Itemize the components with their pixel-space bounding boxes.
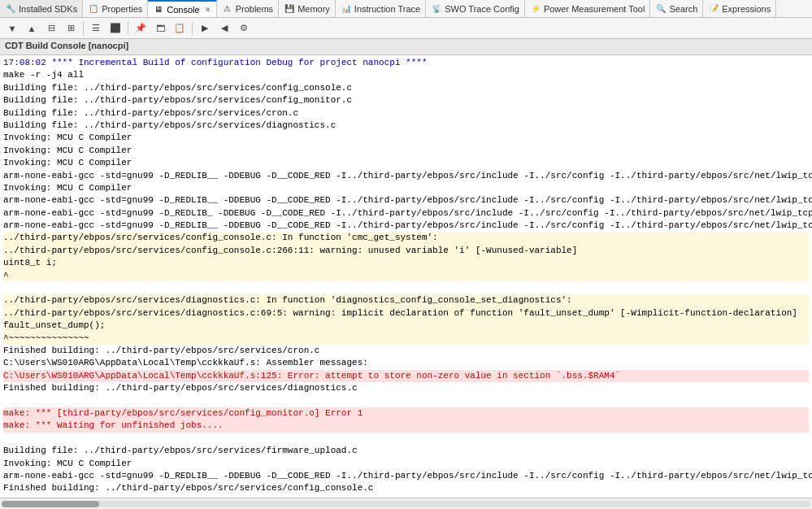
console-line: ^: [3, 270, 809, 282]
console-line: fault_unset_dump();: [3, 320, 809, 332]
less-btn[interactable]: ◀: [215, 20, 233, 37]
new-console-btn[interactable]: 🗔: [151, 20, 169, 37]
memory-icon: 💾: [284, 3, 295, 15]
tab-search[interactable]: 🔍 Search: [650, 0, 703, 18]
console-container: CDT Build Console [nanocpi] 17:08:02 ***…: [0, 39, 812, 509]
tab-installed-sdks[interactable]: 🔧 Installed SDKs: [0, 0, 83, 18]
copy-btn[interactable]: 📋: [171, 20, 189, 37]
tab-expressions-label: Expressions: [722, 4, 771, 14]
console-line: Building file: ../third-party/ebpos/src/…: [3, 120, 809, 132]
settings-btn[interactable]: ⚙: [235, 20, 253, 37]
tab-bar: 🔧 Installed SDKs 📋 Properties 🖥 Console …: [0, 0, 812, 18]
console-line: Invoking: MCU C Compiler: [3, 458, 809, 470]
console-line: Building file: ../third-party/ebpos/src/…: [3, 82, 809, 94]
scroll-up-btn[interactable]: ▲: [23, 20, 41, 37]
expand-btn[interactable]: ⊞: [62, 20, 80, 37]
search-icon: 🔍: [655, 3, 667, 15]
instruction-trace-icon: 📊: [341, 3, 352, 15]
console-line: [3, 433, 809, 445]
console-line: Finished building: ../third-party/ebpos/…: [3, 482, 809, 494]
scrollbar-track[interactable]: [2, 501, 810, 507]
console-line: Finished building: ../third-party/ebpos/…: [3, 382, 809, 394]
console-line: Invoking: MCU C Compiler: [3, 157, 809, 169]
collapse-btn[interactable]: ⊟: [42, 20, 60, 37]
console-line: C:\Users\WS010ARG\AppData\Local\Temp\cck…: [3, 370, 809, 382]
tab-instruction-trace-label: Instruction Trace: [354, 4, 420, 14]
console-line: arm-none-eabi-gcc -std=gnu99 -D_REDLIB__…: [3, 194, 809, 207]
tab-search-label: Search: [669, 4, 697, 14]
more-btn[interactable]: ▶: [196, 20, 214, 37]
power-icon: ⚡: [530, 3, 541, 15]
installed-sdks-icon: 🔧: [5, 3, 16, 15]
separator-3: [192, 22, 193, 35]
separator-1: [83, 22, 84, 35]
console-line: uint8_t i;: [3, 257, 809, 269]
console-line: C:\Users\WS010ARG\AppData\Local\Temp\cck…: [3, 357, 809, 369]
console-line: Invoking: MCU C Compiler: [3, 145, 809, 157]
clear-btn[interactable]: ☰: [87, 20, 105, 37]
tab-properties[interactable]: 📋 Properties: [83, 0, 148, 18]
console-line: ^~~~~~~~~~~~~~~~: [3, 333, 809, 345]
console-line: arm-none-eabi-gcc -std=gnu99 -D_REDLIB_ …: [3, 207, 809, 220]
horizontal-scrollbar[interactable]: [0, 498, 812, 509]
console-line: Building file: ../third-party/ebpos/src/…: [3, 107, 809, 120]
console-output[interactable]: 17:08:02 **** Incremental Build of confi…: [0, 55, 812, 498]
console-line: [3, 395, 809, 407]
console-line: Invoking: MCU C Compiler: [3, 132, 809, 144]
tab-problems[interactable]: ⚠ Problems: [217, 0, 279, 18]
console-icon: 🖥: [153, 4, 164, 15]
console-line: Building file: ../third-party/ebpos/src/…: [3, 445, 809, 457]
properties-icon: 📋: [88, 3, 99, 15]
console-line: [3, 495, 809, 498]
tab-memory[interactable]: 💾 Memory: [279, 0, 336, 18]
stop-btn[interactable]: ⬛: [106, 20, 124, 37]
console-line: arm-none-eabi-gcc -std=gnu99 -D_REDLIB__…: [3, 470, 809, 482]
console-line: Finished building: ../third-party/ebpos/…: [3, 345, 809, 357]
console-line: [3, 282, 809, 294]
tab-swo-trace-config[interactable]: 📡 SWO Trace Config: [426, 0, 525, 18]
tab-console-label: Console: [167, 5, 199, 15]
pin-btn[interactable]: 📌: [132, 20, 150, 37]
console-line: make -r -j4 all: [3, 69, 809, 81]
tab-instruction-trace[interactable]: 📊 Instruction Trace: [336, 0, 426, 18]
tab-installed-sdks-label: Installed SDKs: [19, 4, 77, 14]
scroll-down-btn[interactable]: ▼: [3, 20, 21, 37]
console-line: 17:08:02 **** Incremental Build of confi…: [3, 57, 809, 69]
console-line: Building file: ../third-party/ebpos/src/…: [3, 94, 809, 107]
tab-problems-label: Problems: [236, 4, 273, 14]
separator-2: [128, 22, 128, 35]
console-line: ../third-party/ebpos/src/services/config…: [3, 245, 809, 257]
console-line: make: *** [third-party/ebpos/src/service…: [3, 407, 809, 420]
console-line: arm-none-eabi-gcc -std=gnu99 -D_REDLIB__…: [3, 170, 809, 182]
tab-expressions[interactable]: 📝 Expressions: [703, 0, 776, 18]
tab-console-close[interactable]: ✕: [205, 6, 211, 14]
tab-memory-label: Memory: [297, 4, 330, 14]
console-line: make: *** Waiting for unfinished jobs...…: [3, 420, 809, 432]
problems-icon: ⚠: [222, 3, 233, 15]
tab-swo-trace-label: SWO Trace Config: [445, 4, 519, 14]
tab-properties-label: Properties: [102, 4, 142, 14]
scrollbar-thumb[interactable]: [2, 501, 99, 507]
console-toolbar: ▼ ▲ ⊟ ⊞ ☰ ⬛ 📌 🗔 📋 ▶ ◀ ⚙: [0, 18, 812, 39]
console-line: Invoking: MCU C Compiler: [3, 182, 809, 194]
console-title: CDT Build Console [nanocpi]: [0, 39, 812, 55]
expressions-icon: 📝: [708, 3, 719, 15]
tab-console[interactable]: 🖥 Console ✕: [148, 0, 216, 18]
tab-power-label: Power Measurement Tool: [544, 4, 645, 14]
console-line: arm-none-eabi-gcc -std=gnu99 -D_REDLIB__…: [3, 220, 809, 232]
console-line: ../third-party/ebpos/src/services/diagno…: [3, 307, 809, 320]
tab-power-measurement[interactable]: ⚡ Power Measurement Tool: [525, 0, 651, 18]
console-line: ../third-party/ebpos/src/services/config…: [3, 232, 809, 244]
swo-trace-icon: 📡: [431, 3, 442, 15]
console-line: ../third-party/ebpos/src/services/diagno…: [3, 294, 809, 307]
